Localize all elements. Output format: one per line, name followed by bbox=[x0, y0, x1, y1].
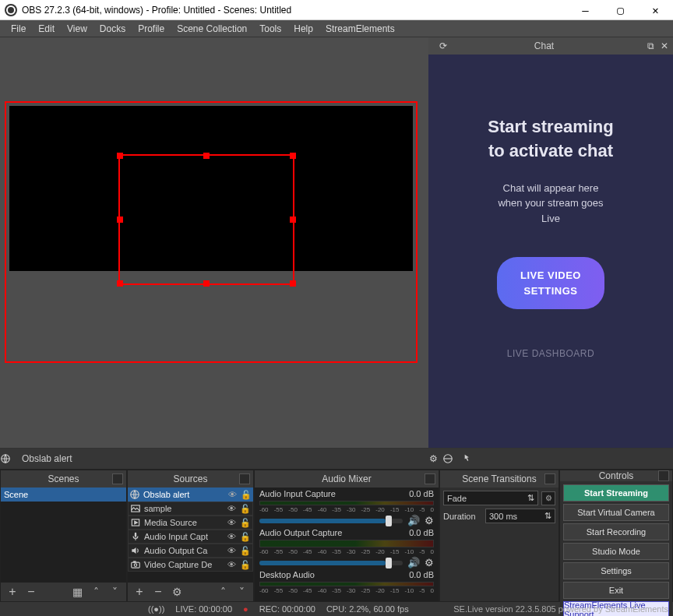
status-live: LIVE: 00:00:00 bbox=[175, 604, 232, 614]
resize-handle-ml[interactable] bbox=[117, 216, 123, 223]
interact-icon[interactable] bbox=[461, 453, 480, 464]
scenes-menu-icon[interactable] bbox=[112, 473, 123, 484]
lock-toggle[interactable]: 🔓 bbox=[240, 560, 251, 570]
resize-handle-tr[interactable] bbox=[290, 153, 296, 159]
source-item[interactable]: Video Capture De 👁 🔓 bbox=[128, 558, 253, 572]
lock-toggle[interactable]: 🔓 bbox=[240, 532, 251, 542]
source-item[interactable]: Obslab alert 👁 🔓 bbox=[128, 488, 253, 502]
resize-handle-tl[interactable] bbox=[117, 153, 123, 159]
mixer-db-value: 0.0 dB bbox=[409, 528, 434, 537]
start-recording-button[interactable]: Start Recording bbox=[563, 523, 669, 540]
speaker-icon[interactable]: 🔊 bbox=[407, 515, 420, 526]
minimize-button[interactable]: — bbox=[568, 0, 603, 19]
mixer-db-value: 0.0 dB bbox=[409, 570, 434, 579]
scene-item[interactable]: Scene bbox=[1, 488, 126, 502]
transition-select[interactable]: Fade⇅ bbox=[443, 491, 538, 505]
visibility-toggle[interactable]: 👁 bbox=[226, 532, 237, 541]
source-selection-box[interactable] bbox=[118, 154, 294, 285]
scene-up-button[interactable]: ˄ bbox=[87, 584, 104, 600]
menu-scene-collection[interactable]: Scene Collection bbox=[171, 20, 253, 37]
start-virtual-camera-button[interactable]: Start Virtual Camera bbox=[563, 504, 669, 521]
lock-toggle[interactable]: 🔓 bbox=[240, 546, 251, 556]
mixer-gear-icon[interactable]: ⚙ bbox=[425, 515, 434, 526]
visibility-toggle[interactable]: 👁 bbox=[227, 490, 238, 499]
menu-tools[interactable]: Tools bbox=[253, 20, 287, 37]
maximize-button[interactable]: ▢ bbox=[603, 0, 638, 19]
popout-icon[interactable]: ⧉ bbox=[647, 40, 654, 51]
resize-handle-br[interactable] bbox=[290, 280, 296, 287]
spk-icon bbox=[130, 545, 141, 556]
close-button[interactable]: ✕ bbox=[638, 0, 673, 19]
transitions-menu-icon[interactable] bbox=[544, 473, 555, 484]
source-item[interactable]: Audio Output Ca 👁 🔓 bbox=[128, 544, 253, 558]
source-label: sample bbox=[144, 504, 223, 513]
visibility-toggle[interactable]: 👁 bbox=[226, 560, 237, 569]
scene-down-button[interactable]: ˅ bbox=[106, 584, 123, 600]
refresh-source-icon[interactable] bbox=[442, 453, 461, 464]
lock-toggle[interactable]: 🔓 bbox=[240, 518, 251, 528]
preview-area[interactable] bbox=[0, 37, 428, 448]
mixer-track: Desktop Audio0.0 dB -60-55-50-45-40-35-3… bbox=[255, 568, 439, 594]
start-streaming-button[interactable]: Start Streaming bbox=[563, 484, 669, 502]
visibility-toggle[interactable]: 👁 bbox=[226, 546, 237, 555]
source-up-button[interactable]: ˄ bbox=[214, 584, 231, 600]
mixer-gear-icon[interactable]: ⚙ bbox=[425, 557, 434, 568]
add-source-button[interactable]: + bbox=[131, 584, 148, 600]
menu-help[interactable]: Help bbox=[287, 20, 319, 37]
mixer-menu-icon[interactable] bbox=[425, 473, 435, 484]
speaker-icon[interactable]: 🔊 bbox=[407, 557, 420, 568]
resize-handle-tm[interactable] bbox=[203, 153, 210, 159]
sources-panel: Sources Obslab alert 👁 🔓 sample 👁 🔓 Medi… bbox=[127, 470, 254, 602]
resize-handle-bl[interactable] bbox=[117, 280, 123, 287]
transition-settings-button[interactable]: ⚙ bbox=[541, 491, 555, 505]
mixer-track: Audio Input Capture0.0 dB -60-55-50-45-4… bbox=[255, 488, 439, 526]
mixer-track-name: Audio Input Capture bbox=[259, 489, 336, 498]
audio-meter bbox=[259, 501, 434, 505]
menu-docks[interactable]: Docks bbox=[93, 20, 132, 37]
studio-mode-button[interactable]: Studio Mode bbox=[563, 543, 669, 560]
live-video-settings-button[interactable]: LIVE VIDEOSETTINGS bbox=[497, 257, 604, 309]
audio-mixer-panel: Audio Mixer Audio Input Capture0.0 dB -6… bbox=[254, 470, 439, 602]
visibility-toggle[interactable]: 👁 bbox=[226, 518, 237, 527]
source-properties-button[interactable]: ⚙ bbox=[168, 584, 185, 600]
volume-slider[interactable] bbox=[259, 519, 403, 523]
menu-streamelements[interactable]: StreamElements bbox=[319, 20, 401, 37]
source-label: Obslab alert bbox=[143, 490, 224, 499]
globe-icon bbox=[129, 489, 140, 500]
lock-toggle[interactable]: 🔓 bbox=[241, 490, 252, 500]
svg-rect-8 bbox=[134, 561, 136, 562]
controls-menu-icon[interactable] bbox=[658, 470, 669, 481]
volume-slider[interactable] bbox=[259, 561, 403, 565]
add-scene-button[interactable]: + bbox=[4, 584, 21, 600]
refresh-icon[interactable]: ⟳ bbox=[439, 40, 447, 51]
chat-headline: Start streaming to activate chat bbox=[488, 115, 613, 164]
visibility-toggle[interactable]: 👁 bbox=[226, 504, 237, 513]
menu-profile[interactable]: Profile bbox=[132, 20, 171, 37]
source-item[interactable]: Media Source 👁 🔓 bbox=[128, 516, 253, 530]
source-item[interactable]: sample 👁 🔓 bbox=[128, 502, 253, 516]
menu-edit[interactable]: Edit bbox=[32, 20, 61, 37]
close-chat-icon[interactable]: ✕ bbox=[661, 40, 668, 51]
audio-meter bbox=[259, 582, 434, 586]
remove-source-button[interactable]: − bbox=[150, 584, 167, 600]
resize-handle-bm[interactable] bbox=[203, 280, 210, 287]
menu-view[interactable]: View bbox=[61, 20, 93, 37]
lock-toggle[interactable]: 🔓 bbox=[240, 504, 251, 514]
meter-ticks: -60-55-50-45-40-35-30-25-20-15-10-50 bbox=[259, 506, 434, 513]
preview-canvas[interactable] bbox=[9, 106, 413, 271]
menu-file[interactable]: File bbox=[5, 20, 32, 37]
live-dashboard-link[interactable]: LIVE DASHBOARD bbox=[507, 348, 594, 359]
resize-handle-mr[interactable] bbox=[290, 216, 296, 223]
window-titlebar: OBS 27.2.3 (64-bit, windows) - Profile: … bbox=[0, 0, 673, 20]
gear-icon[interactable]: ⚙ bbox=[424, 453, 442, 464]
source-item[interactable]: Audio Input Capt 👁 🔓 bbox=[128, 530, 253, 544]
remove-scene-button[interactable]: − bbox=[23, 584, 40, 600]
sources-menu-icon[interactable] bbox=[239, 473, 250, 484]
scene-filter-button[interactable]: ▦ bbox=[69, 584, 86, 600]
meter-ticks: -60-55-50-45-40-35-30-25-20-15-10-50 bbox=[259, 548, 434, 555]
source-down-button[interactable]: ˅ bbox=[233, 584, 250, 600]
exit-button[interactable]: Exit bbox=[563, 582, 669, 599]
settings-button[interactable]: Settings bbox=[563, 562, 669, 579]
chat-panel: ⟳ Chat ⧉ ✕ Start streaming to activate c… bbox=[428, 37, 673, 448]
duration-input[interactable]: 300 ms⇅ bbox=[485, 509, 555, 523]
